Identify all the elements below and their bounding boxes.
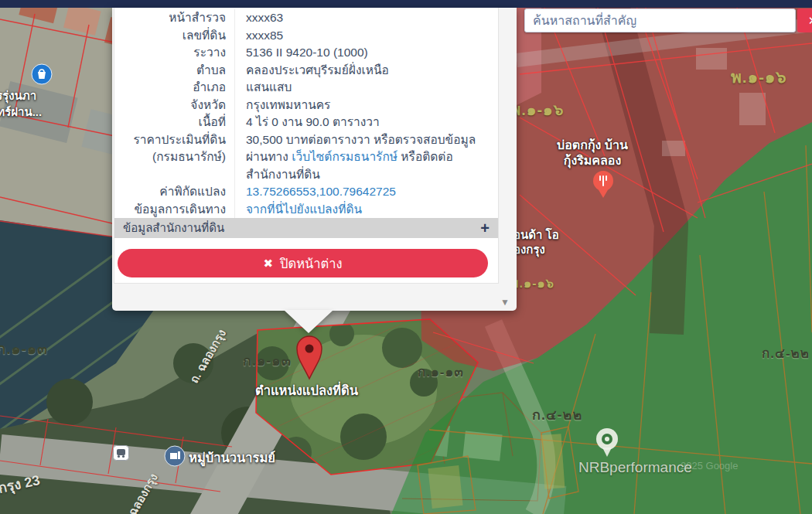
- table-row: ระวาง 5136 II 9420-10 (1000): [114, 44, 498, 62]
- zone-label: ก.๑-๑๓: [418, 361, 464, 382]
- shop-poi-icon[interactable]: [31, 63, 53, 88]
- zone-label: ก.๔-๒๒: [532, 403, 582, 426]
- table-row: เลขที่ดิน xxxx85: [114, 27, 498, 45]
- parcel-info-popup: หน้าสำรวจ xxxx63 เลขที่ดิน xxxx85 ระวาง …: [112, 8, 517, 311]
- pin-caption: ตำแหน่งแปลงที่ดิน: [255, 380, 358, 400]
- zone-label: ก.๑-๑๓: [243, 349, 292, 372]
- poi-label-honda: อนด้า โอ องกรุง: [513, 227, 559, 257]
- route-to-parcel-link[interactable]: จากที่นี่ไปยังแปลงที่ดิน: [246, 203, 362, 216]
- table-row: อำเภอ แสนแสบ: [114, 79, 498, 97]
- table-row: หน้าสำรวจ xxxx63: [114, 9, 498, 27]
- row-value: คลองประเวศบุรีรมย์ฝั่งเหนือ: [235, 62, 498, 80]
- zone-label: ก.๑-๑๓: [0, 337, 48, 360]
- close-icon: ✖: [263, 257, 273, 271]
- table-row: ตำบล คลองประเวศบุรีรมย์ฝั่งเหนือ: [114, 62, 498, 80]
- zone-label: พ.๑-๑๖: [510, 97, 565, 122]
- poi-label-cut-left: ธรรุ่งนภา นทร์ฝาน...: [0, 87, 42, 120]
- popup-tail: [284, 310, 333, 333]
- collapse-popup-arrow-icon[interactable]: ▼: [500, 297, 510, 308]
- row-label: จังหวัด: [114, 97, 235, 114]
- row-label: หน้าสำรวจ: [114, 9, 235, 27]
- parcel-coordinates-link[interactable]: 13.75266553,100.79642725: [246, 185, 396, 198]
- table-row-coordinates: ค่าพิกัดแปลง 13.75266553,100.79642725: [114, 183, 498, 201]
- row-label: อำเภอ: [114, 79, 235, 97]
- zone-label: ก.๔-๒๒: [762, 342, 810, 363]
- row-value: แสนแสบ: [235, 79, 498, 97]
- search-input[interactable]: [524, 9, 796, 32]
- zone-label: พ.๑-๑๖: [731, 64, 787, 90]
- row-label: เลขที่ดิน: [114, 27, 235, 45]
- land-office-section-header[interactable]: ข้อมูลสำนักงานที่ดิน +: [114, 218, 498, 238]
- section-title: ข้อมูลสำนักงานที่ดิน: [123, 219, 224, 237]
- parcel-info-card: หน้าสำรวจ xxxx63 เลขที่ดิน xxxx85 ระวาง …: [114, 8, 499, 284]
- map-attribution: 2025 Google: [681, 460, 738, 471]
- expand-icon[interactable]: +: [480, 220, 490, 236]
- row-value: 13.75266553,100.79642725: [235, 183, 498, 201]
- row-value: 5136 II 9420-10 (1000): [235, 44, 498, 62]
- row-label: ระวาง: [114, 44, 235, 62]
- top-navigation-bar: [0, 0, 812, 8]
- row-value: กรุงเทพมหานคร: [235, 97, 498, 114]
- village-poi-icon[interactable]: [164, 445, 186, 470]
- restaurant-poi-icon[interactable]: [591, 170, 616, 203]
- table-row: เนื้อที่ 4 ไร่ 0 งาน 90.0 ตารางวา: [114, 114, 498, 131]
- table-row: จังหวัด กรุงเทพมหานคร: [114, 97, 498, 114]
- row-label: ตำบล: [114, 62, 235, 80]
- row-label: เนื้อที่: [114, 114, 235, 131]
- row-value: 30,500 บาทต่อตารางวา หรือตรวจสอบข้อมูลผ่…: [235, 131, 498, 184]
- zone-label: พ.๑-๑๖: [510, 274, 554, 293]
- transit-station-icon[interactable]: [113, 445, 129, 464]
- row-label: ราคาประเมินที่ดิน (กรมธนารักษ์): [114, 131, 235, 184]
- poi-label-fishing-pond: บ่อตกกุ้ง บ้าน กุ้งริมคลอง: [541, 138, 643, 168]
- row-value: 4 ไร่ 0 งาน 90.0 ตารางวา: [235, 114, 498, 131]
- nrb-poi-icon[interactable]: [595, 427, 619, 461]
- treasury-website-link[interactable]: เว็บไซต์กรมธนารักษ์: [292, 150, 397, 163]
- search-clear-button[interactable]: ✕: [797, 9, 812, 32]
- close-button-label: ปิดหน้าต่าง: [280, 254, 343, 274]
- poi-label-nrb: NRBperformance: [578, 459, 692, 476]
- row-value: xxxx85: [235, 27, 498, 45]
- row-label: ค่าพิกัดแปลง: [114, 183, 235, 201]
- poi-label-village: หมู่บ้านวนารมย์: [189, 448, 275, 468]
- parcel-info-table: หน้าสำรวจ xxxx63 เลขที่ดิน xxxx85 ระวาง …: [114, 9, 498, 236]
- row-value: xxxx63: [235, 9, 498, 27]
- table-row-price: ราคาประเมินที่ดิน (กรมธนารักษ์) 30,500 บ…: [114, 131, 498, 184]
- close-popup-button[interactable]: ✖ ปิดหน้าต่าง: [118, 249, 488, 277]
